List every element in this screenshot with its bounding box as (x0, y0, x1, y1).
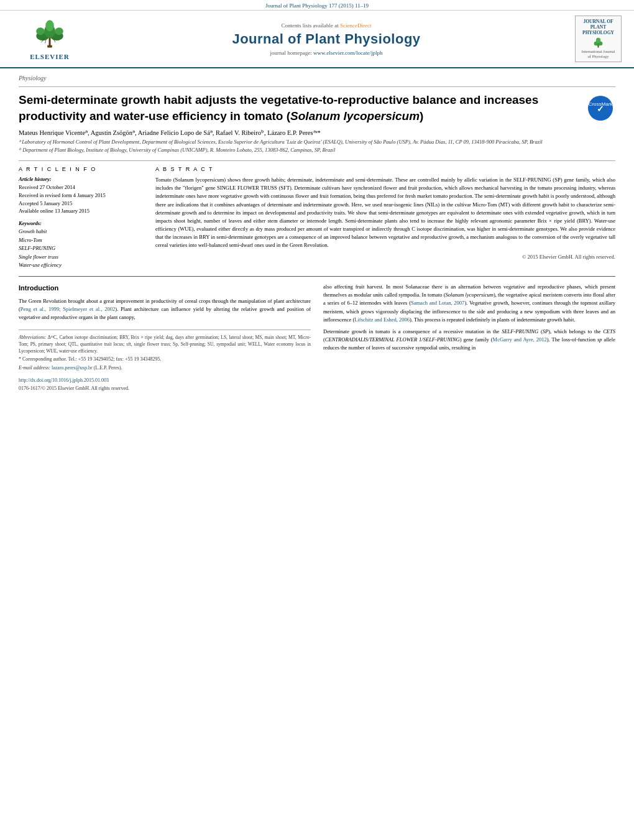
affiliation-2: ᵇ Department of Plant Biology, Institute… (19, 147, 615, 154)
keyword-2: Micro-Tom (19, 236, 143, 245)
body-divider (19, 276, 615, 277)
info-divider (19, 160, 615, 161)
email-note: E-mail address: lazaro.peres@usp.br (L.E… (19, 364, 311, 372)
badge-title: JOURNAL OFPLANTPHYSIOLOGY (582, 19, 614, 35)
svg-point-6 (55, 27, 63, 35)
body-col-left: Introduction The Green Revolution brough… (19, 283, 311, 392)
header-available-text: Contents lists available at ScienceDirec… (87, 22, 566, 29)
affiliations: ᵃ Laboratory of Hormonal Control of Plan… (19, 139, 615, 154)
journal-reference-bar: Journal of Plant Physiology 177 (2015) 1… (0, 0, 634, 11)
issn-text: 0176-1617/© 2015 Elsevier GmbH. All righ… (19, 385, 311, 392)
abstract-text: Tomato (Solanum lycopersicum) shows thre… (155, 176, 615, 250)
keyword-4: Single flower truss (19, 253, 143, 262)
crossmark-icon: CrossMark ✓ (587, 95, 613, 121)
body-col2-p2: Determinate growth in tomato is a conseq… (323, 328, 615, 353)
abstract-section: A B S T R A C T Tomato (Solanum lycopers… (155, 166, 615, 270)
email-link[interactable]: lazaro.peres@usp.br (52, 365, 93, 371)
doi-issn-area: http://dx.doi.org/10.1016/j.jplph.2015.0… (19, 377, 311, 392)
elsevier-tree-icon (31, 17, 68, 52)
header-center: Contents lists available at ScienceDirec… (87, 22, 566, 56)
intro-heading: Introduction (19, 283, 311, 293)
authors-line: Mateus Henrique Vicenteᵃ, Agustin Zsögön… (19, 129, 615, 136)
doi-link[interactable]: http://dx.doi.org/10.1016/j.jplph.2015.0… (19, 377, 311, 384)
info-area: A R T I C L E I N F O Article history: R… (19, 166, 615, 270)
journal-badge: JOURNAL OFPLANTPHYSIOLOGY International … (575, 16, 622, 62)
svg-point-5 (36, 27, 45, 35)
main-content: Physiology Semi-determinate growth habit… (0, 68, 634, 399)
elsevier-logo: ELSEVIER (12, 17, 87, 60)
body-col1-p1: The Green Revolution brought about a gre… (19, 297, 311, 322)
body-columns: Introduction The Green Revolution brough… (19, 283, 615, 392)
journal-title: Journal of Plant Physiology (87, 31, 566, 47)
badge-tree-icon (587, 37, 609, 48)
homepage-link[interactable]: www.elsevier.com/locate/jplph (313, 50, 382, 56)
title-divider-top (19, 86, 615, 87)
history-online: Available online 13 January 2015 (19, 207, 143, 215)
keyword-1: Growth habit (19, 228, 143, 236)
svg-point-7 (45, 20, 54, 31)
sciencedirect-link[interactable]: ScienceDirect (340, 22, 371, 29)
article-history: Article history: Received 27 October 201… (19, 176, 143, 215)
journal-badge-area: JOURNAL OFPLANTPHYSIOLOGY International … (566, 16, 622, 62)
badge-subtitle: International Journalof Phytology (582, 49, 615, 59)
article-info-title: A R T I C L E I N F O (19, 166, 143, 172)
journal-reference-text: Journal of Plant Physiology 177 (2015) 1… (265, 2, 369, 9)
body-col-right: also affecting fruit harvest. In most So… (323, 283, 615, 392)
history-revised: Received in revised form 4 January 2015 (19, 192, 143, 200)
footnotes: Abbreviations: Δ¹³C, Carbon isotope disc… (19, 330, 311, 393)
corresponding-note: * Corresponding author. Tel.: +55 19 342… (19, 356, 311, 363)
crossmark-badge: CrossMark ✓ (587, 95, 615, 122)
svg-rect-1 (49, 37, 51, 46)
article-title-area: Semi-determinate growth habit adjusts th… (19, 92, 615, 124)
svg-text:✓: ✓ (597, 104, 604, 114)
keywords-section: Keywords: Growth habit Micro-Tom SELF-PR… (19, 220, 143, 270)
abbreviations-text: Abbreviations: Δ¹³C, Carbon isotope disc… (19, 334, 311, 355)
history-accepted: Accepted 5 January 2015 (19, 200, 143, 208)
article-info-column: A R T I C L E I N F O Article history: R… (19, 166, 143, 270)
keyword-5: Water-use efficiency (19, 261, 143, 270)
keywords-label: Keywords: (19, 220, 143, 226)
keyword-3: SELF-PRUNING (19, 244, 143, 253)
journal-homepage: journal homepage: www.elsevier.com/locat… (87, 50, 566, 56)
body-col2-p1: also affecting fruit harvest. In most So… (323, 283, 615, 324)
abstract-title: A B S T R A C T (155, 166, 615, 172)
page-header: ELSEVIER Contents lists available at Sci… (0, 11, 634, 68)
article-title: Semi-determinate growth habit adjusts th… (19, 92, 587, 124)
history-received: Received 27 October 2014 (19, 183, 143, 192)
section-label: Physiology (19, 75, 615, 81)
elsevier-name: ELSEVIER (30, 53, 70, 60)
affiliation-1: ᵃ Laboratory of Hormonal Control of Plan… (19, 139, 615, 146)
svg-point-15 (596, 38, 600, 43)
copyright-line: © 2015 Elsevier GmbH. All rights reserve… (155, 254, 615, 260)
history-label: Article history: (19, 176, 143, 182)
